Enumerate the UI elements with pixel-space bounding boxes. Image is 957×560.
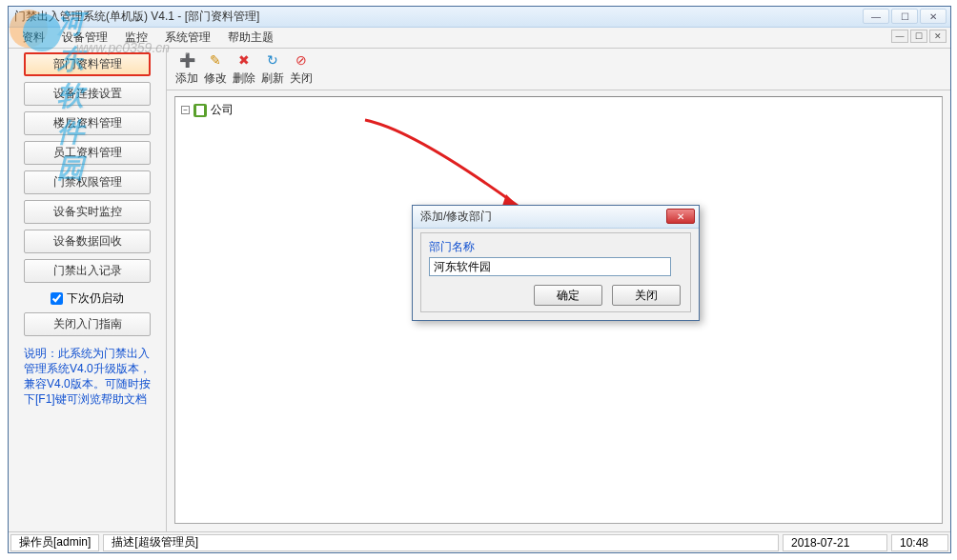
dialog-titlebar[interactable]: 添加/修改部门 ✕ (413, 206, 699, 229)
maximize-button[interactable] (891, 9, 918, 24)
add-icon: ➕ (178, 51, 195, 69)
sidebar-item-device-conn[interactable]: 设备连接设置 (24, 82, 151, 106)
menu-monitor[interactable]: 监控 (117, 28, 155, 48)
minimize-button[interactable] (863, 9, 889, 24)
dept-name-label: 部门名称 (429, 239, 682, 255)
sidebar-item-employee[interactable]: 员工资料管理 (24, 141, 151, 165)
mdi-restore-button[interactable]: ☐ (910, 30, 927, 43)
window-controls (863, 9, 947, 24)
sidebar-item-permission[interactable]: 门禁权限管理 (24, 170, 151, 194)
content-area: ➕ 添加 ✎ 修改 ✖ 删除 ↻ 刷新 ⊘ 关闭 (167, 49, 950, 531)
status-bar: 操作员[admin] 描述[超级管理员] 2018-07-21 10:48 (9, 531, 950, 552)
title-bar: 门禁出入管理系统(单机版) V4.1 - [部门资料管理] (9, 7, 950, 28)
close-window-button[interactable] (920, 9, 947, 24)
sidebar-item-close-guide[interactable]: 关闭入门指南 (24, 312, 151, 336)
dialog-ok-button[interactable]: 确定 (534, 285, 602, 306)
expand-icon[interactable]: − (181, 106, 190, 114)
status-date: 2018-07-21 (783, 534, 887, 551)
toolbar-edit-button[interactable]: ✎ 修改 (201, 51, 230, 87)
toolbar-close-button[interactable]: ⊘ 关闭 (287, 51, 316, 87)
autostart-checkbox[interactable] (51, 292, 63, 305)
sidebar-item-recovery[interactable]: 设备数据回收 (24, 230, 151, 253)
company-icon (193, 104, 207, 117)
tree-root-node[interactable]: − 公司 (179, 101, 938, 119)
toolbar-delete-button[interactable]: ✖ 删除 (230, 51, 258, 87)
sidebar-note: 说明：此系统为门禁出入管理系统V4.0升级版本，兼容V4.0版本。可随时按下[F… (24, 346, 151, 407)
dialog-close-button[interactable]: ✕ (666, 209, 695, 224)
sidebar: 部门资料管理 设备连接设置 楼层资料管理 员工资料管理 门禁权限管理 设备实时监… (9, 49, 167, 531)
autostart-checkbox-row[interactable]: 下次仍启动 (24, 290, 151, 307)
menu-data[interactable]: 资料 (14, 28, 52, 48)
window-title: 门禁出入管理系统(单机版) V4.1 - [部门资料管理] (14, 9, 259, 25)
autostart-label: 下次仍启动 (67, 290, 124, 307)
menu-help[interactable]: 帮助主题 (220, 28, 281, 48)
mdi-close-button[interactable]: ✕ (929, 30, 947, 43)
mdi-minimize-button[interactable]: — (891, 30, 908, 43)
delete-icon: ✖ (235, 51, 253, 69)
sidebar-item-monitor[interactable]: 设备实时监控 (24, 200, 151, 224)
toolbar: ➕ 添加 ✎ 修改 ✖ 删除 ↻ 刷新 ⊘ 关闭 (167, 49, 950, 90)
status-description: 描述[超级管理员] (103, 534, 779, 551)
tree-root-label: 公司 (211, 102, 234, 118)
dialog-cancel-button[interactable]: 关闭 (612, 285, 681, 306)
close-icon: ⊘ (293, 51, 310, 69)
sidebar-item-department[interactable]: 部门资料管理 (24, 52, 151, 76)
status-operator: 操作员[admin] (10, 534, 99, 551)
sidebar-item-floor[interactable]: 楼层资料管理 (24, 111, 151, 135)
dialog-title: 添加/修改部门 (420, 209, 492, 225)
edit-icon: ✎ (207, 51, 224, 69)
menu-device[interactable]: 设备管理 (54, 28, 115, 48)
refresh-icon: ↻ (264, 51, 281, 69)
add-edit-dialog: 添加/修改部门 ✕ 部门名称 确定 关闭 (412, 205, 700, 321)
menu-bar: 资料 设备管理 监控 系统管理 帮助主题 — ☐ ✕ (9, 28, 950, 49)
sidebar-item-records[interactable]: 门禁出入记录 (24, 259, 151, 283)
dept-name-input[interactable] (429, 257, 671, 276)
toolbar-refresh-button[interactable]: ↻ 刷新 (258, 51, 287, 87)
menu-system[interactable]: 系统管理 (157, 28, 218, 48)
toolbar-add-button[interactable]: ➕ 添加 (173, 51, 201, 87)
status-time: 10:48 (891, 534, 948, 551)
